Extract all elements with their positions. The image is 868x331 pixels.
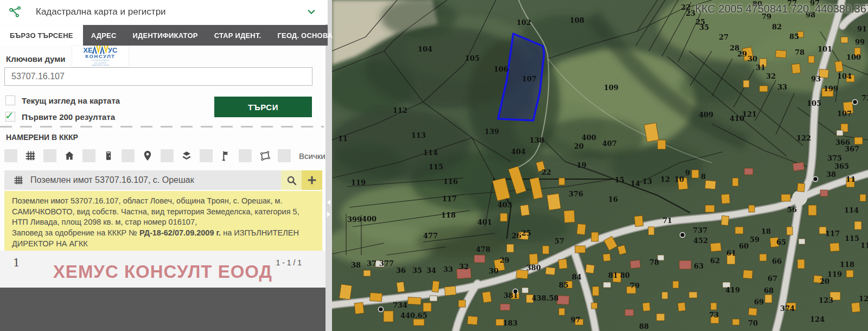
parcel-label: 118 (441, 211, 456, 219)
building-footprint (793, 162, 805, 171)
parcel-label: 15 (615, 176, 624, 184)
building-footprint (711, 303, 717, 310)
map-coordinates-readout: ККС 2005 4750841.720, 440380.367 (695, 3, 868, 15)
tab-identifier[interactable]: ИДЕНТИФИКАТОР (125, 25, 206, 46)
filter-checkbox[interactable] (4, 149, 17, 162)
filter-checkbox[interactable] (82, 149, 95, 162)
building-footprint (559, 308, 565, 315)
parcel-label: 11 (846, 175, 856, 183)
filter-checkbox[interactable] (122, 149, 135, 162)
building-footprint (592, 287, 599, 296)
building-footprint (835, 61, 844, 72)
building-footprint (370, 292, 382, 301)
map-viewport[interactable]: 1021081041051061071091121131141391384044… (332, 0, 868, 331)
layers-icon (181, 150, 193, 162)
parcel-label: 78 (649, 258, 659, 266)
keywords-input[interactable] (4, 67, 312, 86)
survey-point (813, 177, 818, 182)
building-footprint (679, 260, 691, 269)
building-footprint (634, 215, 643, 226)
expand-right-icon[interactable] (327, 212, 330, 217)
filter-checkbox[interactable] (200, 149, 213, 162)
chevron-down-icon[interactable] (307, 8, 316, 16)
parcel-label: 734 (393, 301, 407, 309)
parcel-label: 22 (541, 168, 551, 176)
building-footprint (423, 303, 431, 311)
parcel-label: 108 (570, 16, 584, 24)
building-house-icon (63, 150, 75, 162)
parcel-label: 119 (351, 179, 366, 187)
parcel-label: 31 (756, 63, 765, 72)
parcel-label: 104 (837, 72, 852, 80)
parcel-label: 8 (701, 173, 706, 181)
parcel-label: 20 (574, 142, 584, 150)
filter-checkbox[interactable] (43, 149, 56, 162)
parcel-label: 88 (639, 322, 649, 330)
building-footprint (692, 170, 699, 178)
zoom-to-result-button[interactable] (281, 170, 302, 190)
first200-label: Първите 200 резултата (22, 112, 115, 122)
building-footprint (522, 288, 528, 293)
building-footprint (797, 259, 805, 269)
building-footprint (808, 205, 816, 215)
details-text: Поземлен имот 53707.16.107, област Ловеч… (12, 196, 299, 226)
first200-checkbox[interactable]: ✓ (5, 112, 15, 122)
parcel-label: 79 (630, 282, 640, 290)
parcel-label: 113 (411, 131, 426, 139)
parcel-label: 30 (748, 55, 757, 63)
logo-peak-icon (92, 46, 97, 54)
result-row[interactable]: Поземлен имот 53707.16.107, с. Орешак (4, 170, 322, 190)
filter-checkbox[interactable] (161, 149, 174, 162)
add-result-button[interactable] (302, 170, 322, 190)
building-footprint (339, 284, 352, 300)
building-footprint (591, 232, 598, 241)
map-canvas[interactable]: 1021081041051061071091121131141391384044… (332, 0, 868, 331)
building-footprint (721, 215, 729, 225)
tab-old-ident[interactable]: СТАР ИДЕНТ. (206, 25, 270, 46)
panel-collapse-gutter[interactable] (326, 0, 332, 331)
found-section-title: НАМЕРЕНИ В КККР (6, 133, 78, 142)
building-footprint (743, 270, 752, 278)
building-footprint (732, 178, 738, 186)
building-footprint (787, 227, 793, 235)
all-filter-label: Всички (299, 151, 326, 161)
filter-checkbox-all[interactable] (278, 149, 291, 162)
tab-geod-basis[interactable]: ГЕОД. ОСНОВА (269, 25, 341, 46)
parcel-label: 106 (494, 65, 508, 73)
location-pin-icon (142, 150, 154, 162)
building-footprint (559, 178, 565, 185)
parcel-label: 35 (412, 266, 422, 275)
tab-address[interactable]: АДРЕС (83, 25, 125, 46)
parcel-label: 114 (844, 206, 859, 214)
building-footprint (625, 309, 634, 316)
parcel-label: 380 (526, 264, 541, 272)
tab-quick-search[interactable]: БЪРЗО ТЪРСЕНЕ (0, 25, 83, 46)
building-footprint (673, 281, 679, 288)
parcel-label: 121 (859, 295, 868, 303)
parcel-label: 33 (443, 265, 453, 273)
parcel-label: 139 (484, 128, 499, 136)
parcel-label: 9 (685, 169, 690, 177)
building-footprint (721, 194, 730, 203)
parcel-label: 99 (855, 38, 865, 46)
building-footprint (658, 140, 666, 149)
building-footprint (397, 282, 405, 292)
parcel-label: 36 (396, 266, 406, 275)
parcel-label: 199 (824, 85, 838, 93)
building-footprint (444, 286, 456, 296)
parcel-label: 14 (630, 180, 640, 188)
search-button[interactable]: ТЪРСИ (214, 97, 312, 117)
collapse-left-icon[interactable] (327, 200, 330, 205)
parcel-label: 101 (818, 45, 832, 53)
building-footprint (482, 291, 492, 303)
details-order-number: РД-18-62/07.09.2009 г. (139, 228, 221, 237)
parcel-label: 367 (845, 145, 859, 153)
current-view-checkbox[interactable] (5, 96, 15, 105)
parcel-label: 73 (709, 311, 719, 319)
parcel-label: 32 (766, 72, 776, 80)
parcel-label: 109 (604, 84, 618, 92)
parcel-label: 183 (503, 319, 518, 327)
filter-checkbox[interactable] (239, 149, 252, 162)
page-number[interactable]: 1 (13, 256, 20, 269)
cadastre-app: Кадастрална карта и регистри БЪРЗО ТЪРСЕ… (0, 0, 868, 331)
